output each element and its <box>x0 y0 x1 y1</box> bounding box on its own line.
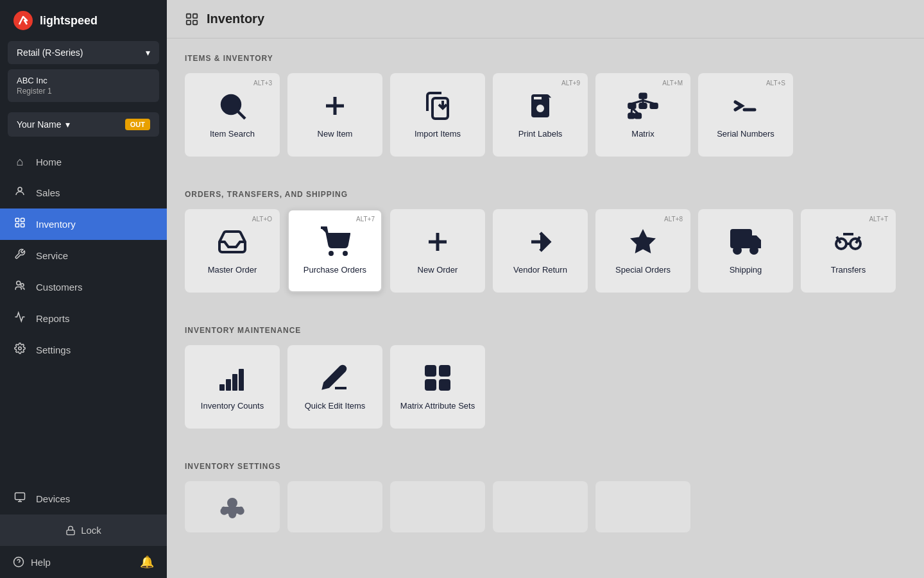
svg-rect-42 <box>732 230 751 247</box>
lock-label: Lock <box>81 525 101 536</box>
shipping-icon <box>730 226 761 260</box>
card-import-items[interactable]: Import Items <box>390 73 485 157</box>
card-purchase-orders[interactable]: ALT+7 Purchase Orders <box>287 209 382 293</box>
card-vendor-return[interactable]: Vendor Return <box>493 209 588 293</box>
svg-point-7 <box>21 284 24 287</box>
card-special-orders[interactable]: ALT+8 Special Orders <box>595 209 690 293</box>
register-name: Register 1 <box>17 87 150 96</box>
svg-rect-25 <box>640 94 646 98</box>
svg-rect-15 <box>187 13 191 17</box>
shortcut-item-search: ALT+3 <box>253 80 272 87</box>
sidebar-item-sales-label: Sales <box>36 187 60 198</box>
card-settings-5[interactable] <box>595 481 690 532</box>
card-print-labels-label: Print Labels <box>518 129 563 140</box>
main-content: Inventory ITEMS & INVENTORY ALT+3 Item S… <box>167 0 924 578</box>
svg-rect-55 <box>426 380 435 389</box>
inventory-icon <box>13 217 27 232</box>
sidebar-item-reports[interactable]: Reports <box>0 303 167 334</box>
sidebar-item-service-label: Service <box>36 250 68 261</box>
print-labels-icon <box>525 90 556 124</box>
card-matrix-attribute-sets[interactable]: Matrix Attribute Sets <box>390 345 485 429</box>
svg-rect-27 <box>640 103 646 108</box>
help-button[interactable]: Help 🔔 <box>0 546 167 578</box>
store-selector[interactable]: Retail (R-Series) ▾ <box>8 41 159 64</box>
user-name-button[interactable]: Your Name ▾ <box>17 119 70 130</box>
sidebar-item-service[interactable]: Service <box>0 240 167 271</box>
card-transfers[interactable]: ALT+T Transfers <box>801 209 896 293</box>
lock-button[interactable]: Lock <box>0 514 167 546</box>
master-order-icon <box>217 226 248 260</box>
section-maintenance-title: INVENTORY MAINTENANCE <box>185 326 906 335</box>
section-orders-title: ORDERS, TRANSFERS, AND SHIPPING <box>185 190 906 199</box>
items-inventory-cards: ALT+3 Item Search New Item Impor <box>185 73 906 157</box>
svg-marker-43 <box>751 237 760 247</box>
logo-text: lightspeed <box>40 14 98 28</box>
card-matrix-label: Matrix <box>631 129 654 140</box>
section-items-inventory: ITEMS & INVENTORY ALT+3 Item Search New … <box>167 38 924 157</box>
svg-rect-2 <box>15 218 19 221</box>
card-print-labels[interactable]: ALT+9 Print Labels <box>493 73 588 157</box>
card-quick-edit-items[interactable]: Quick Edit Items <box>287 345 382 429</box>
search-icon <box>217 90 248 124</box>
section-inventory-settings: INVENTORY SETTINGS <box>167 446 924 532</box>
svg-rect-32 <box>629 114 635 118</box>
store-name: Retail (R-Series) <box>17 47 83 58</box>
svg-rect-16 <box>193 13 197 17</box>
sidebar-item-sales[interactable]: Sales <box>0 177 167 208</box>
shortcut-matrix: ALT+M <box>662 80 683 87</box>
logo-area: lightspeed <box>0 0 167 41</box>
sidebar-item-customers[interactable]: Customers <box>0 271 167 303</box>
svg-point-1 <box>18 187 22 191</box>
notification-bell-icon: 🔔 <box>140 555 154 569</box>
serial-numbers-icon <box>730 90 761 124</box>
page-title: Inventory <box>207 12 264 26</box>
settings-card-1-icon <box>217 488 248 521</box>
card-shipping[interactable]: Shipping <box>698 209 793 293</box>
settings-icon <box>13 343 27 357</box>
sidebar-item-reports-label: Reports <box>36 313 70 324</box>
card-new-item[interactable]: New Item <box>287 73 382 157</box>
card-settings-2[interactable] <box>287 481 382 532</box>
reports-icon <box>13 311 27 326</box>
help-label: Help <box>31 557 51 568</box>
svg-line-20 <box>238 112 245 119</box>
card-item-search[interactable]: ALT+3 Item Search <box>185 73 280 157</box>
card-shipping-label: Shipping <box>730 265 762 276</box>
special-orders-icon <box>628 226 658 260</box>
sidebar-item-devices-label: Devices <box>36 493 70 504</box>
sidebar-item-home[interactable]: ⌂ Home <box>0 147 167 177</box>
inventory-page-icon <box>185 12 199 26</box>
card-serial-numbers[interactable]: ALT+S Serial Numbers <box>698 73 793 157</box>
main-nav: ⌂ Home Sales Inventory Service Custome <box>0 147 167 366</box>
svg-point-8 <box>19 347 22 350</box>
maintenance-cards: Inventory Counts Quick Edit Items <box>185 345 906 429</box>
new-item-icon <box>320 90 350 124</box>
card-transfers-label: Transfers <box>831 265 866 276</box>
svg-point-57 <box>228 499 236 507</box>
section-items-inventory-title: ITEMS & INVENTORY <box>185 54 906 63</box>
card-new-order[interactable]: New Order <box>390 209 485 293</box>
page-header: Inventory <box>167 0 924 38</box>
sidebar-item-settings[interactable]: Settings <box>0 334 167 366</box>
card-settings-4[interactable] <box>493 481 588 532</box>
sidebar-item-devices[interactable]: Devices <box>0 483 167 514</box>
sidebar-item-inventory-label: Inventory <box>36 219 76 230</box>
svg-point-0 <box>13 11 33 30</box>
section-settings-title: INVENTORY SETTINGS <box>185 462 906 471</box>
svg-rect-50 <box>226 379 231 391</box>
svg-point-19 <box>222 96 240 114</box>
sales-icon <box>13 185 27 200</box>
card-settings-1[interactable] <box>185 481 280 532</box>
section-orders-transfers: ORDERS, TRANSFERS, AND SHIPPING ALT+O Ma… <box>167 174 924 293</box>
sidebar-item-inventory[interactable]: Inventory <box>0 208 167 240</box>
matrix-icon <box>628 90 658 124</box>
card-special-orders-label: Special Orders <box>615 265 671 276</box>
card-inventory-counts[interactable]: Inventory Counts <box>185 345 280 429</box>
shortcut-serial-numbers: ALT+S <box>766 80 785 87</box>
card-matrix[interactable]: ALT+M <box>595 73 690 157</box>
card-settings-3[interactable] <box>390 481 485 532</box>
orders-transfers-cards: ALT+O Master Order ALT+7 Purchase Orders <box>185 209 906 293</box>
card-matrix-attribute-sets-label: Matrix Attribute Sets <box>400 401 475 412</box>
card-master-order[interactable]: ALT+O Master Order <box>185 209 280 293</box>
quick-edit-items-icon <box>320 362 350 396</box>
